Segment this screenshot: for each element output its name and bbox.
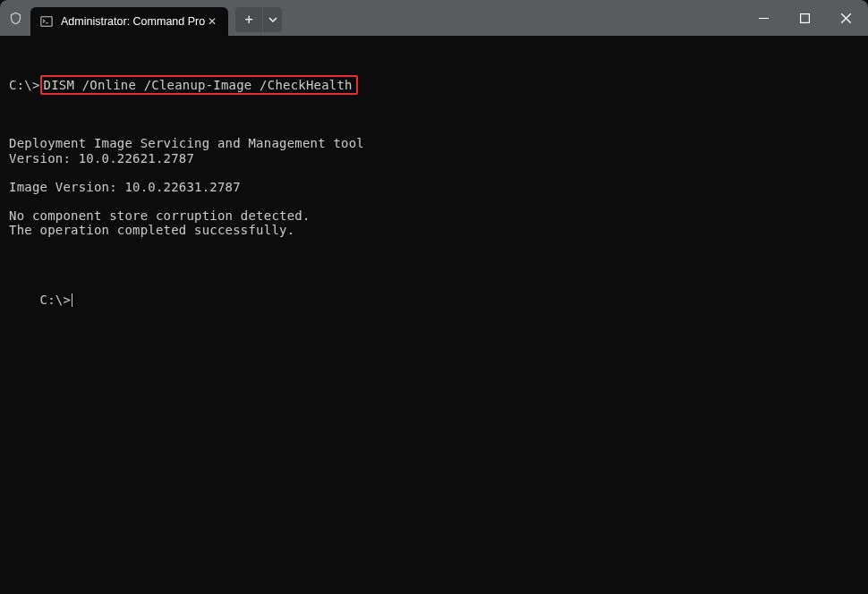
highlighted-command: DISM /Online /Cleanup-Image /CheckHealth — [40, 75, 358, 95]
prompt-text: C:\> — [40, 293, 72, 307]
terminal-content[interactable]: C:\>DISM /Online /Cleanup-Image /CheckHe… — [0, 36, 868, 347]
tab-command-prompt[interactable]: Administrator: Command Pro ✕ — [30, 7, 228, 36]
terminal-icon — [39, 14, 54, 29]
new-tab-group: + — [235, 7, 282, 32]
close-tab-button[interactable]: ✕ — [205, 14, 219, 29]
shield-icon — [7, 10, 23, 26]
command-line: C:\>DISM /Online /Cleanup-Image /CheckHe… — [9, 75, 859, 95]
minimize-button[interactable] — [743, 0, 784, 36]
svg-rect-3 — [800, 13, 809, 22]
prompt-text: C:\> — [9, 78, 40, 92]
maximize-button[interactable] — [784, 0, 825, 36]
command-output: Deployment Image Servicing and Managemen… — [9, 136, 859, 237]
tab-title: Administrator: Command Pro — [61, 15, 205, 28]
titlebar: Administrator: Command Pro ✕ + — [0, 0, 868, 36]
window-controls — [743, 0, 866, 36]
new-tab-button[interactable]: + — [235, 7, 262, 32]
close-window-button[interactable] — [825, 0, 866, 36]
svg-rect-0 — [41, 17, 52, 27]
new-tab-dropdown[interactable] — [262, 7, 282, 32]
prompt-line-idle: C:\> — [9, 278, 859, 321]
cursor — [72, 293, 72, 307]
